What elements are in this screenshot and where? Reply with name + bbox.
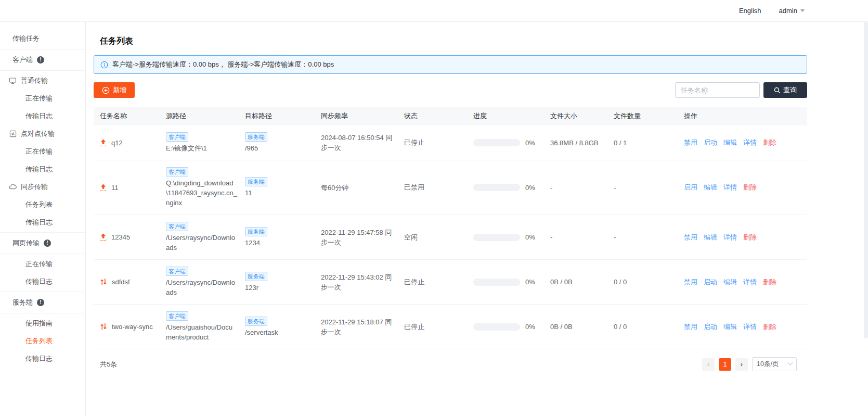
sidebar-item-sync-task-list[interactable]: 任务列表 [0, 196, 85, 213]
column-header: 同步频率 [321, 111, 404, 121]
sidebar-item-server-user-guide[interactable]: 使用指南 [0, 314, 85, 332]
table-footer: 共5条 ‹ 1 › 10条/页 [94, 349, 807, 371]
sidebar-item-p2p-transfer-log[interactable]: 传输日志 [0, 160, 85, 178]
search-input[interactable] [675, 82, 760, 98]
page-size-select[interactable]: 10条/页 [752, 357, 797, 371]
search-icon [774, 87, 781, 94]
action-link-编辑[interactable]: 编辑 [723, 138, 737, 146]
sidebar-item-server-transfer-log[interactable]: 传输日志 [0, 350, 85, 368]
table-header-row: 任务名称源路径目标路径同步频率状态进度文件大小文件数量操作 [94, 107, 807, 125]
action-link-详情[interactable]: 详情 [723, 233, 737, 241]
action-link-编辑[interactable]: 编辑 [723, 278, 737, 286]
target-path: /servertask [245, 327, 314, 337]
action-link-详情[interactable]: 详情 [723, 183, 737, 191]
sidebar-item-client[interactable]: 客户端! [0, 51, 85, 69]
file-size: 36.8MB / 8.8GB [550, 139, 614, 147]
progress-bar [473, 139, 520, 146]
sidebar-item-sync-transfer[interactable]: 同步传输 [0, 178, 85, 196]
cloud-icon [9, 183, 17, 191]
search-button[interactable]: 查询 [763, 82, 807, 98]
action-link-详情[interactable]: 详情 [743, 138, 757, 146]
two-way-icon [100, 323, 107, 331]
table-row: 11客户端Q:\dingding_download\11847693_raysy… [94, 160, 807, 215]
language-switcher[interactable]: English [739, 7, 761, 15]
action-link-启用[interactable]: 启用 [684, 183, 697, 191]
action-link-禁用[interactable]: 禁用 [684, 138, 697, 146]
current-page-button[interactable]: 1 [719, 358, 731, 371]
progress-bar [473, 234, 520, 241]
source-path-cell: 客户端/Users/raysync/Downloads [166, 222, 245, 253]
task-name: 12345 [111, 233, 130, 241]
action-link-启动[interactable]: 启动 [704, 138, 717, 146]
action-link-编辑[interactable]: 编辑 [704, 183, 717, 191]
file-count: 0 / 0 [614, 278, 684, 286]
status-text: 已停止 [404, 278, 473, 287]
topbar: English admin [0, 0, 868, 22]
sidebar-item-web-transfer-log[interactable]: 传输日志 [0, 273, 85, 291]
actions-cell: 启用编辑详情删除 [684, 183, 807, 192]
client-tag: 客户端 [166, 132, 188, 142]
action-link-删除[interactable]: 删除 [763, 138, 776, 146]
progress-cell: 0% [473, 278, 550, 286]
action-link-删除[interactable]: 删除 [743, 183, 757, 191]
file-size: 0B / 0B [550, 323, 614, 331]
action-link-详情[interactable]: 详情 [743, 278, 757, 286]
action-link-启动[interactable]: 启动 [704, 278, 717, 286]
next-page-button[interactable]: › [735, 358, 748, 371]
sidebar-item-server-task-list[interactable]: 任务列表 [0, 332, 85, 350]
sidebar-item-p2p-transferring[interactable]: 正在传输 [0, 143, 85, 160]
user-menu[interactable]: admin [779, 7, 805, 15]
target-path: 1234 [245, 238, 314, 248]
sidebar-item-web-transferring[interactable]: 正在传输 [0, 255, 85, 273]
sidebar-item-label: 使用指南 [25, 319, 53, 328]
task-name: sdfdsf [112, 278, 130, 286]
sidebar-item-web-transfer[interactable]: 网页传输! [0, 234, 85, 253]
sidebar-item-transfer-tasks[interactable]: 传输任务 [0, 29, 85, 48]
task-name-cell: q12 [94, 139, 166, 147]
file-count: - [614, 184, 684, 192]
sidebar-item-label: 正在传输 [25, 94, 53, 103]
target-path-cell: 服务端11 [245, 177, 321, 198]
sidebar-item-sync-transfer-log[interactable]: 传输日志 [0, 213, 85, 231]
progress-percent: 0% [525, 233, 535, 241]
main-content: 任务列表 客户端->服务端传输速度：0.00 bps， 服务端->客户端传输速度… [86, 22, 868, 416]
action-link-删除[interactable]: 删除 [763, 278, 776, 286]
sidebar-item-label: 客户端 [12, 55, 33, 65]
sidebar-item-label: 传输日志 [25, 111, 53, 121]
pagination: ‹ 1 › 10条/页 [702, 357, 797, 371]
sidebar-item-label: 任务列表 [25, 200, 53, 209]
action-link-禁用[interactable]: 禁用 [684, 323, 697, 331]
sync-frequency: 2022-11-29 15:18:07 同步一次 [321, 317, 404, 337]
progress-bar [473, 184, 520, 191]
add-button[interactable]: 新增 [94, 82, 135, 98]
action-link-编辑[interactable]: 编辑 [723, 323, 737, 331]
sidebar-item-normal-transferring[interactable]: 正在传输 [0, 90, 85, 107]
sidebar-item-label: 服务端 [12, 298, 33, 307]
prev-page-button[interactable]: ‹ [702, 358, 715, 371]
action-link-禁用[interactable]: 禁用 [684, 233, 697, 241]
action-link-详情[interactable]: 详情 [743, 323, 757, 331]
progress-bar [473, 279, 520, 286]
source-path: /Users/raysync/Downloads [166, 278, 238, 297]
alert-badge-icon: ! [37, 299, 44, 306]
sidebar: 传输任务客户端!普通传输正在传输传输日志点对点传输正在传输传输日志同步传输任务列… [0, 22, 86, 416]
progress-percent: 0% [525, 184, 535, 192]
sidebar-item-p2p-transfer[interactable]: 点对点传输 [0, 125, 85, 143]
monitor-icon [9, 77, 17, 84]
sidebar-item-normal-transfer[interactable]: 普通传输 [0, 72, 85, 90]
action-link-删除[interactable]: 删除 [763, 323, 776, 331]
upload-icon [100, 184, 107, 192]
sync-frequency: 每60分钟 [321, 183, 404, 193]
table-row: two-way-sync客户端/Users/guaishou/Documents… [94, 305, 807, 349]
progress-cell: 0% [473, 139, 550, 147]
action-link-删除[interactable]: 删除 [743, 233, 757, 241]
action-link-编辑[interactable]: 编辑 [704, 233, 717, 241]
sidebar-item-label: 普通传输 [21, 76, 48, 85]
action-link-启动[interactable]: 启动 [704, 323, 717, 331]
chevron-down-icon [788, 360, 793, 365]
task-name: 11 [111, 184, 119, 192]
action-link-禁用[interactable]: 禁用 [684, 278, 697, 286]
sidebar-item-normal-transfer-log[interactable]: 传输日志 [0, 107, 85, 125]
sidebar-item-server[interactable]: 服务端! [0, 293, 85, 312]
scrollbar[interactable] [864, 22, 868, 338]
